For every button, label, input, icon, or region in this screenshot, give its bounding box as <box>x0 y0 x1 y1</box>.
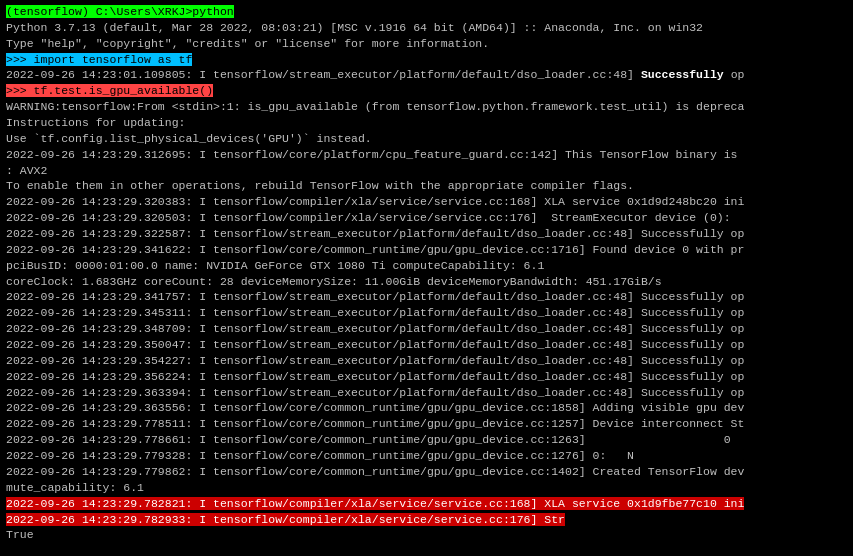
line-28: 2022-09-26 14:23:29.778661: I tensorflow… <box>6 432 847 448</box>
line-9: Use `tf.config.list_physical_devices('GP… <box>6 131 847 147</box>
red-bg-line-2: 2022-09-26 14:23:29.782933: I tensorflow… <box>6 513 565 526</box>
line-22: 2022-09-26 14:23:29.350047: I tensorflow… <box>6 337 847 353</box>
line-6: >>> tf.test.is_gpu_available() <box>6 83 847 99</box>
line-true: True <box>6 527 847 543</box>
line-14: 2022-09-26 14:23:29.320503: I tensorflow… <box>6 210 847 226</box>
line-16: 2022-09-26 14:23:29.341622: I tensorflow… <box>6 242 847 258</box>
line-23: 2022-09-26 14:23:29.354227: I tensorflow… <box>6 353 847 369</box>
line-15: 2022-09-26 14:23:29.322587: I tensorflow… <box>6 226 847 242</box>
line-26: 2022-09-26 14:23:29.363556: I tensorflow… <box>6 400 847 416</box>
line-20: 2022-09-26 14:23:29.345311: I tensorflow… <box>6 305 847 321</box>
line-8: Instructions for updating: <box>6 115 847 131</box>
line-31: mute_capability: 6.1 <box>6 480 847 496</box>
line-2: Python 3.7.13 (default, Mar 28 2022, 08:… <box>6 20 847 36</box>
line-33: 2022-09-26 14:23:29.782933: I tensorflow… <box>6 512 847 528</box>
line-17: pciBusID: 0000:01:00.0 name: NVIDIA GeFo… <box>6 258 847 274</box>
test-highlight: >>> tf.test.is_gpu_available() <box>6 84 213 97</box>
line-21: 2022-09-26 14:23:29.348709: I tensorflow… <box>6 321 847 337</box>
line-12: To enable them in other operations, rebu… <box>6 178 847 194</box>
line-4: >>> import tensorflow as tf <box>6 52 847 68</box>
line-13: 2022-09-26 14:23:29.320383: I tensorflow… <box>6 194 847 210</box>
line-18: coreClock: 1.683GHz coreCount: 28 device… <box>6 274 847 290</box>
red-bg-line-1: 2022-09-26 14:23:29.782821: I tensorflow… <box>6 497 744 510</box>
terminal-window: (tensorflow) C:\Users\XRKJ>python Python… <box>0 0 853 556</box>
line-1: (tensorflow) C:\Users\XRKJ>python <box>6 4 847 20</box>
line-30: 2022-09-26 14:23:29.779862: I tensorflow… <box>6 464 847 480</box>
line-5: 2022-09-26 14:23:01.109805: I tensorflow… <box>6 67 847 83</box>
line-24: 2022-09-26 14:23:29.356224: I tensorflow… <box>6 369 847 385</box>
line-3: Type "help", "copyright", "credits" or "… <box>6 36 847 52</box>
line-29: 2022-09-26 14:23:29.779328: I tensorflow… <box>6 448 847 464</box>
line-32: 2022-09-26 14:23:29.782821: I tensorflow… <box>6 496 847 512</box>
line-27: 2022-09-26 14:23:29.778511: I tensorflow… <box>6 416 847 432</box>
line-19: 2022-09-26 14:23:29.341757: I tensorflow… <box>6 289 847 305</box>
line-11: : AVX2 <box>6 163 847 179</box>
import-highlight: >>> import tensorflow as tf <box>6 53 192 66</box>
line-7: WARNING:tensorflow:From <stdin>:1: is_gp… <box>6 99 847 115</box>
prompt-highlight: (tensorflow) C:\Users\XRKJ>python <box>6 5 234 18</box>
line-25: 2022-09-26 14:23:29.363394: I tensorflow… <box>6 385 847 401</box>
line-10: 2022-09-26 14:23:29.312695: I tensorflow… <box>6 147 847 163</box>
